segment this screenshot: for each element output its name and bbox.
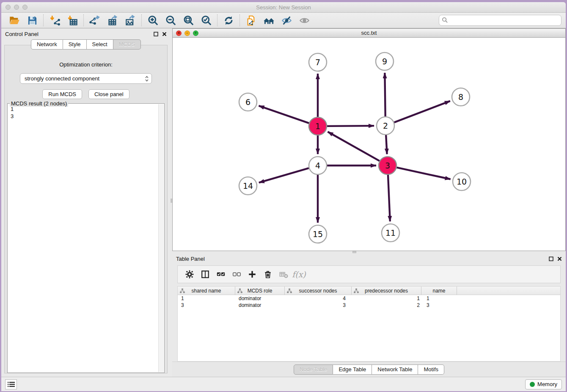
open-file-icon[interactable]	[6, 14, 23, 27]
optimization-criterion-select[interactable]: strongly connected component	[20, 73, 152, 84]
column-type-icon	[287, 288, 292, 293]
zoom-window-button[interactable]	[22, 5, 28, 10]
optimization-criterion-value: strongly connected component	[25, 75, 99, 82]
column-header-MCDS-role[interactable]: MCDS role	[235, 287, 285, 295]
zoom-selected-icon[interactable]	[197, 14, 215, 27]
tab-motifs[interactable]: Motifs	[418, 364, 444, 375]
edge-2-9[interactable]	[385, 73, 385, 116]
horizontal-splitter[interactable]	[172, 251, 566, 253]
mcds-result-group: MCDS result (2 nodes) 1 3	[7, 103, 165, 373]
refresh-icon	[223, 15, 234, 26]
graph-node-15[interactable]: 15	[309, 225, 327, 243]
export-image-icon[interactable]	[121, 14, 139, 27]
frame-close-button[interactable]: ✕	[176, 30, 182, 36]
select-all-columns-icon[interactable]	[213, 267, 228, 282]
edge-1-6[interactable]	[259, 106, 309, 123]
tab-network[interactable]: Network	[31, 39, 63, 50]
graph-node-1[interactable]: 1	[309, 117, 327, 135]
table-settings-icon[interactable]	[182, 267, 197, 282]
edge-3-1[interactable]	[328, 132, 380, 161]
show-details-icon	[295, 14, 313, 27]
table-row[interactable]: 1dominator411	[178, 295, 560, 302]
home-view-icon[interactable]	[260, 14, 278, 27]
task-history-button[interactable]	[5, 379, 17, 389]
close-panel-button[interactable]: Close panel	[88, 89, 129, 99]
edge-3-11[interactable]	[388, 175, 390, 221]
edge-1-2[interactable]	[327, 126, 374, 126]
frame-maximize-button[interactable]: +	[193, 30, 198, 36]
save-session-icon[interactable]	[23, 14, 41, 27]
node-label: 11	[385, 228, 396, 237]
toolbar-separator	[83, 14, 84, 26]
tab-network-table[interactable]: Network Table	[372, 364, 418, 375]
graph-node-6[interactable]: 6	[239, 93, 257, 111]
graph-node-14[interactable]: 14	[239, 177, 257, 195]
column-header-predecessor-nodes[interactable]: predecessor nodes	[352, 287, 421, 295]
import-network-icon[interactable]	[46, 14, 63, 27]
export-network-icon[interactable]	[86, 14, 104, 27]
edge-2-8[interactable]	[394, 101, 450, 123]
zoom-fit-icon	[183, 15, 194, 26]
edge-3-10[interactable]	[396, 168, 450, 179]
function-builder-icon: f(x)	[291, 267, 307, 282]
close-panel-icon[interactable]	[162, 32, 167, 36]
optimization-criterion-label: Optimization criterion:	[59, 61, 113, 68]
graph-node-8[interactable]: 8	[452, 88, 470, 106]
result-scrollbar[interactable]	[158, 104, 164, 372]
toggle-columns-icon[interactable]	[197, 267, 213, 282]
run-mcds-button[interactable]: Run MCDS	[42, 89, 82, 99]
table-panel: Table Panel f(x) shared nameMCDS rolesuc…	[172, 253, 566, 377]
column-type-icon	[354, 288, 359, 293]
tab-node-table[interactable]: Node Table	[294, 364, 333, 375]
graph-node-2[interactable]: 2	[377, 117, 394, 135]
node-table: shared nameMCDS rolesuccessor nodesprede…	[177, 286, 561, 362]
tab-select[interactable]: Select	[87, 39, 113, 50]
column-header-shared-name[interactable]: shared name	[178, 287, 235, 295]
hide-details-icon[interactable]	[278, 14, 295, 27]
graph-node-11[interactable]: 11	[382, 224, 399, 242]
zoom-out-icon[interactable]	[162, 14, 179, 27]
graph-node-4[interactable]: 4	[309, 157, 327, 174]
delete-column-icon[interactable]	[260, 267, 275, 282]
memory-button[interactable]: Memory	[525, 379, 562, 389]
unselect-all-columns-icon[interactable]	[228, 267, 244, 282]
frame-minimize-button[interactable]: −	[184, 30, 190, 36]
graph-node-10[interactable]: 10	[453, 173, 471, 190]
clone-network-icon[interactable]	[242, 14, 260, 27]
graph-node-9[interactable]: 9	[376, 52, 394, 70]
close-window-button[interactable]	[6, 5, 11, 10]
import-network-icon	[49, 15, 61, 26]
tab-mcds[interactable]: MCDS	[113, 39, 141, 50]
float-panel-icon[interactable]	[154, 32, 158, 36]
refresh-icon[interactable]	[220, 14, 237, 27]
network-canvas[interactable]: 7968124314101511	[172, 38, 566, 251]
close-table-panel-icon[interactable]	[557, 257, 562, 261]
function-builder-icon: f(x)	[292, 270, 306, 279]
column-header-label: shared name	[191, 288, 221, 294]
tab-style[interactable]: Style	[63, 39, 87, 50]
table-row[interactable]: 3dominator323	[178, 302, 560, 309]
network-frame-title: scc.txt	[173, 29, 565, 37]
application-window: Session: New Session Control Panel Netwo…	[1, 2, 566, 391]
graph-node-7[interactable]: 7	[309, 53, 327, 71]
control-panel-title: Control Panel	[5, 31, 39, 37]
float-table-panel-icon[interactable]	[549, 257, 553, 261]
table-cell: 3	[178, 302, 235, 308]
edge-2-3[interactable]	[386, 135, 387, 154]
edge-4-14[interactable]	[259, 168, 309, 182]
unselect-all-columns-icon	[232, 270, 241, 279]
search-input[interactable]	[439, 15, 561, 26]
tab-edge-table[interactable]: Edge Table	[333, 364, 372, 375]
minimize-window-button[interactable]	[14, 5, 19, 10]
node-label: 7	[315, 58, 320, 67]
import-table-icon[interactable]	[63, 14, 81, 27]
graph-node-3[interactable]: 3	[379, 157, 396, 174]
zoom-in-icon[interactable]	[144, 14, 162, 27]
column-header-successor-nodes[interactable]: successor nodes	[285, 287, 352, 295]
node-label: 14	[243, 181, 253, 190]
column-type-icon	[237, 288, 242, 293]
column-header-name[interactable]: name	[421, 287, 457, 295]
zoom-fit-icon[interactable]	[179, 14, 197, 27]
add-column-icon[interactable]	[244, 267, 260, 282]
export-table-icon[interactable]	[104, 14, 121, 27]
